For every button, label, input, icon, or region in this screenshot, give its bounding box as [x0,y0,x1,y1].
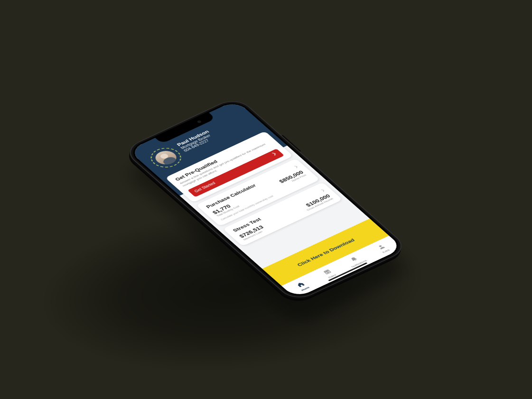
max-loan-label: Maximum Loan [243,229,267,241]
svg-rect-1 [325,271,327,272]
svg-rect-0 [324,269,331,274]
svg-rect-2 [327,270,328,271]
max-loan-value: $726,513 [238,224,265,239]
svg-line-3 [327,271,329,273]
tab-label: Extra [382,249,390,253]
tab-label: Home [300,286,310,291]
download-label: Click Here to Download [296,237,355,267]
home-icon [295,281,307,288]
rates-icon [322,269,334,276]
cta-label: Get Started [194,181,216,193]
volume-down [177,200,191,212]
svg-point-5 [378,245,382,247]
chevron-right-icon [270,150,280,159]
tab-label: Rates [327,274,336,279]
bell-icon [349,256,361,263]
svg-line-4 [327,272,329,273]
mute-switch [151,177,160,184]
gross-income-label: Gross Annual Income [306,197,334,211]
monthly-cost-value: $1,770 [211,201,238,215]
tab-label: Notifications [351,259,367,268]
person-icon [376,243,388,251]
monthly-cost-label: Total Monthly Cost [216,205,240,217]
